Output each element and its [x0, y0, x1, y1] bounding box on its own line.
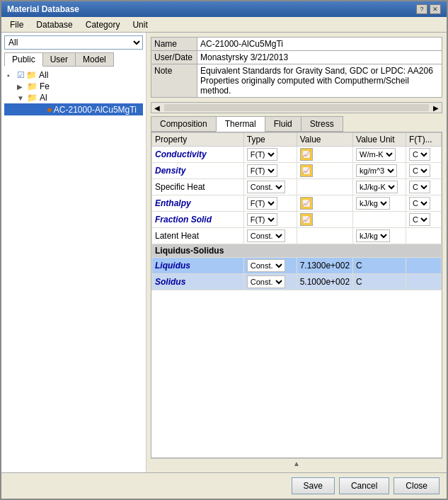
tree-node-all[interactable]: ▪ ☑ 📁 All [4, 69, 143, 81]
ft-select-specific-heat[interactable]: C [409, 181, 430, 193]
tab-fluid[interactable]: Fluid [265, 116, 301, 132]
type-enthalpy: F(T) [243, 195, 297, 212]
type-density: F(T) [243, 163, 297, 179]
ft-select-density[interactable]: C [409, 164, 430, 177]
type-select-fraction-solid[interactable]: F(T) [247, 213, 277, 226]
unit-enthalpy: kJ/kg [353, 195, 406, 212]
folder-al-icon: 📁 [27, 93, 38, 103]
icon-btn-conductivity[interactable]: 📈 [300, 148, 313, 161]
tree-node-fe[interactable]: ▶ 📁 Fe [4, 81, 143, 92]
type-select-liquidus[interactable]: Const. [247, 259, 285, 272]
tab-user[interactable]: User [42, 52, 76, 67]
ft-conductivity: C [406, 147, 442, 163]
left-panel: All Public User Model ▪ ☑ 📁 All ▶ [1, 33, 147, 472]
unit-select-latent-heat[interactable]: kJ/kg [356, 229, 390, 242]
scroll-left-icon[interactable]: ◀ [151, 104, 163, 112]
date-value: Monastyrsky 3/21/2013 [197, 51, 442, 64]
save-button[interactable]: Save [292, 477, 335, 494]
value-conductivity: 📈 [297, 147, 352, 163]
tree-label-ac21000: AC-21000-AlCu5MgTi [54, 105, 137, 115]
note-label: Note [151, 64, 197, 98]
value-density: 📈 [297, 163, 352, 179]
scroll-right-icon[interactable]: ▶ [430, 104, 442, 112]
type-liquidus: Const. [243, 258, 297, 274]
type-select-enthalpy[interactable]: F(T) [247, 197, 277, 210]
ft-specific-heat: C [406, 179, 442, 195]
name-label: Name [151, 38, 197, 51]
value-fraction-solid: 📈 [297, 212, 352, 228]
ft-latent-heat [406, 228, 442, 244]
table-row: Liquidus Const. 7.1300e+002 C [152, 258, 442, 274]
table-row: Conductivity F(T) 📈 W/m-K C [152, 147, 442, 163]
unit-density: kg/m^3 [353, 163, 406, 179]
help-button[interactable]: ? [416, 4, 427, 14]
menu-database[interactable]: Database [30, 18, 78, 31]
value-latent-heat [297, 228, 352, 244]
main-window: Material Database ? ✕ File Database Cate… [0, 0, 448, 500]
tab-public[interactable]: Public [4, 52, 43, 67]
cancel-button[interactable]: Cancel [339, 477, 389, 494]
resize-handle[interactable]: ▲ [151, 458, 442, 468]
type-select-specific-heat[interactable]: Const. [247, 181, 285, 193]
ft-select-enthalpy[interactable]: C [409, 197, 430, 210]
property-table: Property Type Value Value Unit F(T)... C… [151, 132, 442, 290]
type-select-density[interactable]: F(T) [247, 164, 277, 177]
col-property: Property [152, 133, 244, 147]
tab-composition[interactable]: Composition [151, 116, 217, 132]
expand-fe-icon: ▶ [17, 83, 27, 91]
value-specific-heat [297, 179, 352, 195]
unit-fraction-solid [353, 212, 406, 228]
type-select-conductivity[interactable]: F(T) [247, 148, 277, 161]
horizontal-scrollbar[interactable]: ◀ ▶ [151, 102, 442, 113]
filter-dropdown-bar: All [4, 35, 143, 50]
table-row: Solidus Const. 5.1000e+002 C [152, 274, 442, 290]
tree-node-ac21000[interactable]: ● AC-21000-AlCu5MgTi [4, 103, 143, 115]
icon-btn-density[interactable]: 📈 [300, 164, 313, 177]
tree-node-al[interactable]: ▼ 📁 Al [4, 92, 143, 103]
unit-select-specific-heat[interactable]: kJ/kg-K [356, 181, 398, 193]
prop-solidus: Solidus [152, 274, 244, 290]
type-select-latent-heat[interactable]: Const. [247, 229, 285, 242]
unit-select-density[interactable]: kg/m^3 [356, 164, 397, 177]
type-select-solidus[interactable]: Const. [247, 275, 285, 288]
data-tabs: Composition Thermal Fluid Stress [151, 116, 442, 132]
title-bar: Material Database ? ✕ [1, 1, 447, 17]
bottom-bar: Save Cancel Close [1, 472, 447, 499]
tab-stress[interactable]: Stress [301, 116, 343, 132]
table-row: Latent Heat Const. kJ/kg [152, 228, 442, 244]
ft-enthalpy: C [406, 195, 442, 212]
icon-btn-fraction-solid[interactable]: 📈 [300, 213, 313, 226]
icon-btn-enthalpy[interactable]: 📈 [300, 197, 313, 210]
menu-file[interactable]: File [4, 18, 29, 31]
note-value: Equivalent Standards for Gravity Sand, G… [197, 64, 442, 98]
table-row: Enthalpy F(T) 📈 kJ/kg C [152, 195, 442, 212]
filter-dropdown[interactable]: All [4, 35, 143, 50]
unit-select-enthalpy[interactable]: kJ/kg [356, 197, 390, 210]
table-row-header: Liquidus-Solidus [152, 244, 442, 258]
type-specific-heat: Const. [243, 179, 297, 195]
ft-fraction-solid: C [406, 212, 442, 228]
ft-select-conductivity[interactable]: C [409, 148, 430, 161]
ft-select-fraction-solid[interactable]: C [409, 213, 430, 226]
ft-density: C [406, 163, 442, 179]
menu-unit[interactable]: Unit [127, 18, 153, 31]
main-content: All Public User Model ▪ ☑ 📁 All ▶ [1, 33, 447, 472]
checkbox-all-icon: ☑ [17, 70, 25, 80]
close-button-bottom[interactable]: Close [394, 477, 440, 494]
prop-specific-heat: Specific Heat [152, 179, 244, 195]
tree-label-fe: Fe [40, 81, 50, 91]
right-panel: Name AC-21000-AlCu5MgTi User/Date Monast… [147, 33, 447, 472]
prop-fraction-solid: Fraction Solid [152, 212, 244, 228]
window-title: Material Database [7, 4, 79, 14]
property-table-container: Property Type Value Value Unit F(T)... C… [151, 132, 442, 458]
prop-latent-heat: Latent Heat [152, 228, 244, 244]
menu-bar: File Database Category Unit [1, 17, 447, 33]
type-conductivity: F(T) [243, 147, 297, 163]
close-button[interactable]: ✕ [430, 4, 441, 14]
prop-liquidus: Liquidus [152, 258, 244, 274]
folder-fe-icon: 📁 [27, 81, 38, 91]
tab-model[interactable]: Model [75, 52, 114, 67]
menu-category[interactable]: Category [80, 18, 126, 31]
unit-select-conductivity[interactable]: W/m-K [356, 148, 396, 161]
tab-thermal[interactable]: Thermal [216, 116, 265, 132]
